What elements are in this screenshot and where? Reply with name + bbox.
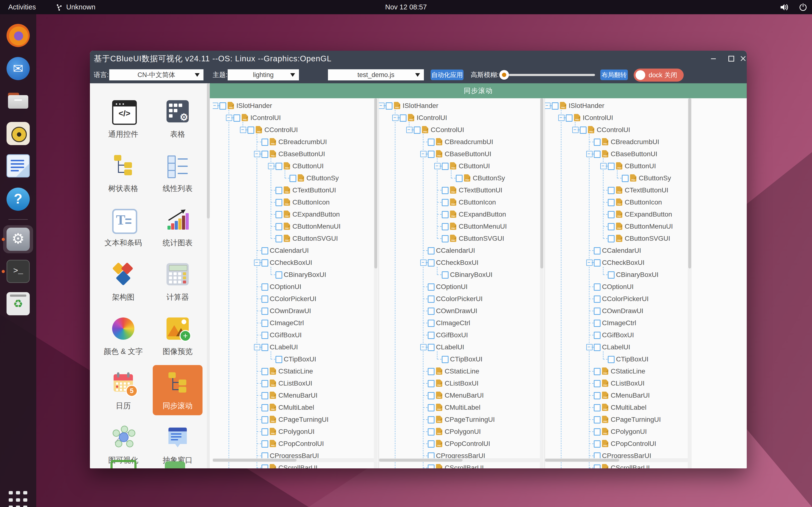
checkbox[interactable] [428,440,435,448]
tree-row[interactable]: PNGCMultiLabel [379,401,544,413]
checkbox[interactable] [594,332,601,339]
tree-row[interactable]: PNGCExpandButton [379,208,544,220]
tree-row[interactable]: PNGCButtonSVGUI [545,232,692,244]
dock-item-settings[interactable]: ⚙ [6,228,30,251]
tree-row[interactable]: PNGCBaseButtonUI [545,148,692,160]
tree-row[interactable]: CImageCtrl [213,317,378,329]
checkbox[interactable] [428,295,435,303]
sidebar-item-architecture[interactable]: 架构图 [98,257,148,306]
sidebar-item-image-preview[interactable]: +图像预览 [153,311,203,361]
script-select[interactable]: test_demo.js [328,69,424,80]
power-icon[interactable] [799,3,807,11]
checkbox[interactable] [275,356,282,363]
tree-row[interactable]: PNGCButtonMenuUI [213,220,378,232]
horizontal-scrollbar[interactable] [379,458,540,462]
tree-row[interactable]: CCheckBoxUI [379,257,544,269]
tree-row[interactable]: PNGCButtonSy [379,172,544,184]
sidebar-item-color-wheel[interactable]: 颜色 & 文字 [98,311,148,361]
checkbox[interactable] [428,320,435,327]
tree-row[interactable]: CBinaryBoxUI [379,269,544,281]
tree-row[interactable]: PNGCControlUI [213,124,378,136]
checkbox[interactable] [594,368,601,375]
checkbox[interactable] [594,416,601,424]
checkbox[interactable] [261,320,268,327]
checkbox[interactable] [594,138,601,146]
checkbox[interactable] [261,428,268,436]
checkbox[interactable] [594,320,601,327]
checkbox[interactable] [608,235,615,242]
tree-row[interactable]: PNGCBreadcrumbUI [379,136,544,148]
tree-row[interactable]: PNGCButtonIcon [379,196,544,208]
tree-row[interactable]: PNGCPolygonUI [379,426,544,438]
dock-item-trash[interactable]: ♻ [6,292,30,315]
checkbox[interactable] [261,344,268,351]
checkbox[interactable] [608,223,615,230]
checkbox[interactable] [428,332,435,339]
checkbox[interactable] [275,235,282,242]
sidebar-item-calculator[interactable]: 计算器 [153,257,203,306]
tree-row[interactable]: CColorPickerUI [213,293,378,305]
checkbox[interactable] [234,114,240,122]
checkbox[interactable] [594,295,601,303]
tree-row[interactable]: CBinaryBoxUI [213,269,378,281]
dock-item-thunderbird[interactable]: ✉ [6,57,30,80]
tree-row[interactable]: PNGCScrollBarUI [213,462,378,468]
tree-row[interactable]: CImageCtrl [545,317,692,329]
checkbox[interactable] [219,102,226,110]
checkbox[interactable] [275,163,282,170]
checkbox[interactable] [261,416,268,424]
tree-row[interactable]: CTipBoxUI [379,353,544,365]
cut-off-icon[interactable] [165,461,185,468]
checkbox[interactable] [428,380,435,387]
checkbox[interactable] [442,223,449,230]
tree-row[interactable]: PNGCExpandButton [213,208,378,220]
checkbox[interactable] [428,368,435,375]
sidebar-scrollbar[interactable] [207,83,210,468]
checkbox[interactable] [456,175,463,182]
sidebar-item-sync-scroll[interactable]: 同步滚动 [153,365,203,415]
checkbox[interactable] [442,356,449,363]
tree-row[interactable]: PNGIControlUI [379,112,544,124]
tree-row[interactable]: PNGCStaticLine [379,365,544,377]
checkbox[interactable] [261,247,268,255]
checkbox[interactable] [594,404,601,411]
sidebar-item-linear-list[interactable]: 线性列表 [153,148,203,198]
tree-row[interactable]: PNGISlotHander [379,100,544,112]
dock-item-libreoffice-writer[interactable] [6,154,30,177]
tree-row[interactable]: PNGCPolygonUI [213,426,378,438]
checkbox[interactable] [442,211,449,218]
checkbox[interactable] [442,187,449,194]
checkbox[interactable] [566,114,572,122]
tree-row[interactable]: PNGCScrollBarUI [545,462,692,468]
flip-layout-button[interactable]: 布局翻转 [600,69,628,80]
checkbox[interactable] [261,295,268,303]
checkbox[interactable] [580,126,587,134]
checkbox[interactable] [400,114,406,122]
tree-row[interactable]: CLabelUI [545,341,692,353]
checkbox[interactable] [261,259,268,267]
tree-row[interactable]: PNGCControlUI [379,124,544,136]
checkbox[interactable] [428,151,435,158]
tree-row[interactable]: CImageCtrl [379,317,544,329]
language-select[interactable]: CN-中文简体 [109,69,203,80]
close-button[interactable] [740,55,747,62]
maximize-button[interactable] [727,55,735,62]
checkbox[interactable] [428,404,435,411]
checkbox[interactable] [594,392,601,399]
checkbox[interactable] [261,151,268,158]
tree-row[interactable]: PNGCButtonUI [379,160,544,172]
tree-row[interactable]: CCalendarUI [545,244,692,257]
blur-slider[interactable] [501,74,595,76]
tree-row[interactable]: CCalendarUI [213,244,378,257]
theme-select[interactable]: lighting [227,69,299,80]
tree-row[interactable]: PNGCPopControlUI [545,438,692,450]
checkbox[interactable] [608,199,615,206]
tree-row[interactable]: PNGCButtonSVGUI [379,232,544,244]
minimize-button[interactable] [710,55,717,62]
tree-row[interactable]: PNGIControlUI [545,112,692,124]
tree-row[interactable]: CCalendarUI [379,244,544,257]
window-titlebar[interactable]: 基于CBlueUI数据可视化 v24.11 --OS: Linux --Grap… [90,51,747,66]
tree-row[interactable]: PNGCButtonMenuUI [545,220,692,232]
checkbox[interactable] [428,259,435,267]
checkbox[interactable] [261,332,268,339]
